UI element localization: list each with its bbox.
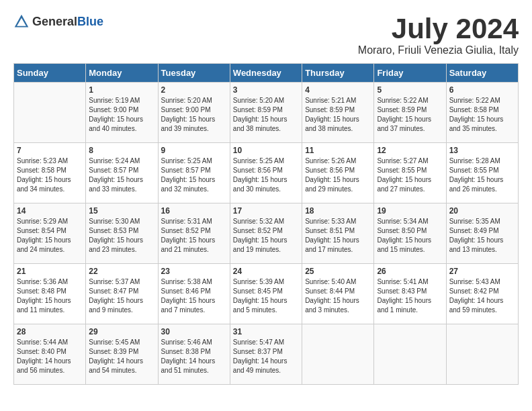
calendar-cell: 14Sunrise: 5:29 AM Sunset: 8:54 PM Dayli… bbox=[14, 203, 86, 264]
day-number: 7 bbox=[17, 146, 83, 155]
day-number: 19 bbox=[377, 206, 443, 216]
day-number: 15 bbox=[89, 206, 154, 216]
calendar-cell: 25Sunrise: 5:40 AM Sunset: 8:44 PM Dayli… bbox=[302, 264, 374, 324]
day-info: Sunrise: 5:35 AM Sunset: 8:49 PM Dayligh… bbox=[449, 217, 515, 255]
day-number: 17 bbox=[233, 206, 299, 216]
calendar-cell: 8Sunrise: 5:24 AM Sunset: 8:57 PM Daylig… bbox=[86, 143, 158, 203]
calendar-cell: 12Sunrise: 5:27 AM Sunset: 8:55 PM Dayli… bbox=[374, 143, 446, 203]
calendar-cell: 28Sunrise: 5:44 AM Sunset: 8:40 PM Dayli… bbox=[14, 324, 86, 385]
logo-text-blue: Blue bbox=[77, 15, 103, 28]
day-info: Sunrise: 5:26 AM Sunset: 8:56 PM Dayligh… bbox=[305, 156, 371, 194]
day-info: Sunrise: 5:47 AM Sunset: 8:37 PM Dayligh… bbox=[233, 338, 299, 375]
day-number: 24 bbox=[233, 267, 299, 276]
location-subtitle: Moraro, Friuli Venezia Giulia, Italy bbox=[358, 44, 519, 56]
calendar-week-row: 28Sunrise: 5:44 AM Sunset: 8:40 PM Dayli… bbox=[14, 324, 519, 385]
day-number: 26 bbox=[377, 267, 443, 276]
day-number: 21 bbox=[17, 267, 83, 276]
col-header-saturday: Saturday bbox=[446, 64, 518, 83]
calendar-cell: 15Sunrise: 5:30 AM Sunset: 8:53 PM Dayli… bbox=[86, 203, 158, 264]
day-info: Sunrise: 5:25 AM Sunset: 8:56 PM Dayligh… bbox=[233, 156, 299, 194]
logo-text-general: General bbox=[32, 15, 77, 28]
calendar-week-row: 14Sunrise: 5:29 AM Sunset: 8:54 PM Dayli… bbox=[14, 203, 519, 264]
day-info: Sunrise: 5:20 AM Sunset: 8:59 PM Dayligh… bbox=[233, 96, 299, 134]
calendar-cell: 13Sunrise: 5:28 AM Sunset: 8:55 PM Dayli… bbox=[446, 143, 518, 203]
day-number: 14 bbox=[17, 206, 83, 216]
calendar-cell: 23Sunrise: 5:38 AM Sunset: 8:46 PM Dayli… bbox=[158, 264, 230, 324]
calendar-cell: 22Sunrise: 5:37 AM Sunset: 8:47 PM Dayli… bbox=[86, 264, 158, 324]
day-info: Sunrise: 5:33 AM Sunset: 8:51 PM Dayligh… bbox=[305, 217, 371, 255]
day-number: 27 bbox=[449, 267, 515, 276]
day-info: Sunrise: 5:28 AM Sunset: 8:55 PM Dayligh… bbox=[449, 156, 515, 194]
calendar-week-row: 1Sunrise: 5:19 AM Sunset: 9:00 PM Daylig… bbox=[14, 83, 519, 143]
day-number: 30 bbox=[161, 327, 227, 336]
calendar-cell: 20Sunrise: 5:35 AM Sunset: 8:49 PM Dayli… bbox=[446, 203, 518, 264]
day-info: Sunrise: 5:29 AM Sunset: 8:54 PM Dayligh… bbox=[17, 217, 83, 255]
page-header: GeneralBlue July 2024 Moraro, Friuli Ven… bbox=[13, 13, 519, 56]
calendar-cell: 31Sunrise: 5:47 AM Sunset: 8:37 PM Dayli… bbox=[230, 324, 302, 385]
day-info: Sunrise: 5:30 AM Sunset: 8:53 PM Dayligh… bbox=[89, 217, 154, 255]
calendar-cell bbox=[302, 324, 374, 385]
day-info: Sunrise: 5:43 AM Sunset: 8:42 PM Dayligh… bbox=[449, 277, 515, 315]
calendar-cell: 26Sunrise: 5:41 AM Sunset: 8:43 PM Dayli… bbox=[374, 264, 446, 324]
day-number: 11 bbox=[305, 146, 371, 155]
calendar-cell: 11Sunrise: 5:26 AM Sunset: 8:56 PM Dayli… bbox=[302, 143, 374, 203]
calendar-cell: 16Sunrise: 5:31 AM Sunset: 8:52 PM Dayli… bbox=[158, 203, 230, 264]
col-header-thursday: Thursday bbox=[302, 64, 374, 83]
day-number: 4 bbox=[305, 85, 371, 95]
day-number: 12 bbox=[377, 146, 443, 155]
day-info: Sunrise: 5:45 AM Sunset: 8:39 PM Dayligh… bbox=[89, 338, 154, 375]
calendar-cell: 4Sunrise: 5:21 AM Sunset: 8:59 PM Daylig… bbox=[302, 83, 374, 143]
logo-icon bbox=[13, 13, 30, 30]
calendar-header-row: SundayMondayTuesdayWednesdayThursdayFrid… bbox=[14, 64, 519, 83]
day-info: Sunrise: 5:22 AM Sunset: 8:59 PM Dayligh… bbox=[377, 96, 443, 134]
day-info: Sunrise: 5:20 AM Sunset: 9:00 PM Dayligh… bbox=[161, 96, 227, 134]
day-info: Sunrise: 5:23 AM Sunset: 8:58 PM Dayligh… bbox=[17, 156, 83, 194]
calendar-cell bbox=[374, 324, 446, 385]
col-header-sunday: Sunday bbox=[14, 64, 86, 83]
calendar-cell: 7Sunrise: 5:23 AM Sunset: 8:58 PM Daylig… bbox=[14, 143, 86, 203]
calendar-cell bbox=[14, 83, 86, 143]
day-number: 29 bbox=[89, 327, 154, 336]
calendar-cell: 5Sunrise: 5:22 AM Sunset: 8:59 PM Daylig… bbox=[374, 83, 446, 143]
col-header-wednesday: Wednesday bbox=[230, 64, 302, 83]
calendar-cell: 17Sunrise: 5:32 AM Sunset: 8:52 PM Dayli… bbox=[230, 203, 302, 264]
day-number: 6 bbox=[449, 85, 515, 95]
day-info: Sunrise: 5:37 AM Sunset: 8:47 PM Dayligh… bbox=[89, 277, 154, 315]
title-block: July 2024 Moraro, Friuli Venezia Giulia,… bbox=[358, 13, 519, 56]
day-info: Sunrise: 5:46 AM Sunset: 8:38 PM Dayligh… bbox=[161, 338, 227, 375]
calendar-cell: 3Sunrise: 5:20 AM Sunset: 8:59 PM Daylig… bbox=[230, 83, 302, 143]
day-info: Sunrise: 5:22 AM Sunset: 8:58 PM Dayligh… bbox=[449, 96, 515, 134]
day-info: Sunrise: 5:39 AM Sunset: 8:45 PM Dayligh… bbox=[233, 277, 299, 315]
day-number: 13 bbox=[449, 146, 515, 155]
calendar-cell: 9Sunrise: 5:25 AM Sunset: 8:57 PM Daylig… bbox=[158, 143, 230, 203]
day-info: Sunrise: 5:40 AM Sunset: 8:44 PM Dayligh… bbox=[305, 277, 371, 315]
calendar-cell: 10Sunrise: 5:25 AM Sunset: 8:56 PM Dayli… bbox=[230, 143, 302, 203]
day-number: 28 bbox=[17, 327, 83, 336]
day-info: Sunrise: 5:36 AM Sunset: 8:48 PM Dayligh… bbox=[17, 277, 83, 315]
calendar-cell: 24Sunrise: 5:39 AM Sunset: 8:45 PM Dayli… bbox=[230, 264, 302, 324]
day-info: Sunrise: 5:32 AM Sunset: 8:52 PM Dayligh… bbox=[233, 217, 299, 255]
calendar-cell: 6Sunrise: 5:22 AM Sunset: 8:58 PM Daylig… bbox=[446, 83, 518, 143]
calendar-table: SundayMondayTuesdayWednesdayThursdayFrid… bbox=[13, 63, 519, 385]
day-number: 5 bbox=[377, 85, 443, 95]
day-info: Sunrise: 5:34 AM Sunset: 8:50 PM Dayligh… bbox=[377, 217, 443, 255]
day-info: Sunrise: 5:31 AM Sunset: 8:52 PM Dayligh… bbox=[161, 217, 227, 255]
calendar-cell: 29Sunrise: 5:45 AM Sunset: 8:39 PM Dayli… bbox=[86, 324, 158, 385]
day-number: 3 bbox=[233, 85, 299, 95]
day-number: 1 bbox=[89, 85, 154, 95]
logo: GeneralBlue bbox=[13, 13, 103, 30]
col-header-friday: Friday bbox=[374, 64, 446, 83]
day-info: Sunrise: 5:19 AM Sunset: 9:00 PM Dayligh… bbox=[89, 96, 154, 134]
day-info: Sunrise: 5:21 AM Sunset: 8:59 PM Dayligh… bbox=[305, 96, 371, 134]
day-number: 23 bbox=[161, 267, 227, 276]
day-number: 2 bbox=[161, 85, 227, 95]
day-number: 16 bbox=[161, 206, 227, 216]
day-number: 25 bbox=[305, 267, 371, 276]
calendar-cell: 1Sunrise: 5:19 AM Sunset: 9:00 PM Daylig… bbox=[86, 83, 158, 143]
day-info: Sunrise: 5:27 AM Sunset: 8:55 PM Dayligh… bbox=[377, 156, 443, 194]
calendar-cell: 2Sunrise: 5:20 AM Sunset: 9:00 PM Daylig… bbox=[158, 83, 230, 143]
col-header-tuesday: Tuesday bbox=[158, 64, 230, 83]
month-year-title: July 2024 bbox=[358, 13, 519, 44]
day-number: 9 bbox=[161, 146, 227, 155]
day-info: Sunrise: 5:24 AM Sunset: 8:57 PM Dayligh… bbox=[89, 156, 154, 194]
